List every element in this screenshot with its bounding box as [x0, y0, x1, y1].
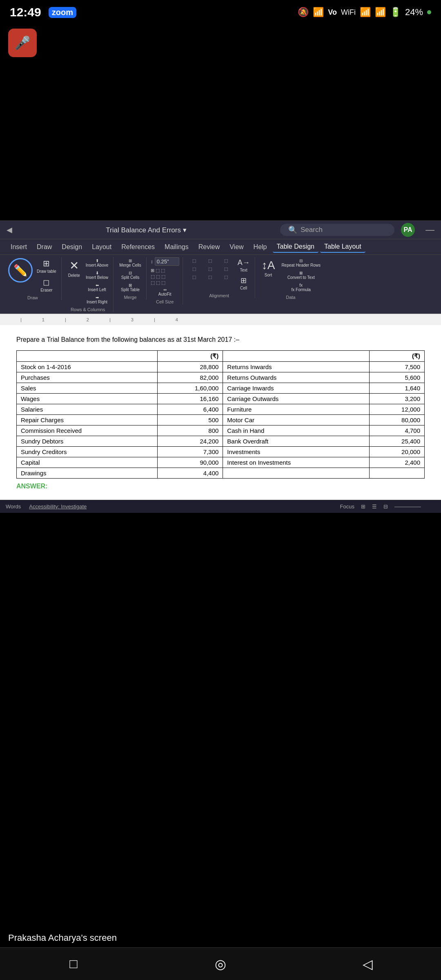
- left-name: Wages: [17, 394, 158, 404]
- autofit-btn[interactable]: ⇔ AutoFit: [151, 286, 179, 298]
- delete-icon: ✕: [69, 259, 79, 272]
- title-bar-tabs: ◀: [7, 225, 12, 234]
- minimize-button[interactable]: —: [425, 225, 434, 235]
- sort-btn[interactable]: ↕A Sort: [259, 257, 278, 293]
- left-amount: 6,400: [157, 404, 223, 415]
- insert-below-btn[interactable]: ⬇ Insert Below: [84, 270, 110, 281]
- table-row: Wages 16,160 Carriage Outwards 3,200: [17, 394, 425, 404]
- draw-pen-circle[interactable]: ✏️: [8, 258, 33, 283]
- split-cells-btn[interactable]: ⊟ Split Cells: [118, 270, 143, 281]
- right-amount: 1,640: [369, 383, 424, 394]
- menu-references[interactable]: References: [117, 242, 159, 252]
- align-top-right-btn[interactable]: ⬚: [219, 257, 234, 264]
- filename-dropdown[interactable]: ▾: [183, 226, 187, 234]
- ribbon: ✏️ ⊞ Draw table ◻ Eraser Draw: [0, 254, 441, 314]
- insert-above-btn[interactable]: ⬆ Insert Above: [84, 257, 110, 269]
- focus-btn[interactable]: Focus: [340, 503, 354, 510]
- align-top-center-btn[interactable]: ⬚: [203, 257, 218, 264]
- wifi-icon: 📶: [375, 7, 386, 18]
- battery-text: 24%: [405, 7, 423, 18]
- menu-draw[interactable]: Draw: [33, 242, 56, 252]
- words-label: Words: [6, 503, 21, 510]
- convert-text-btn[interactable]: ⊠ Convert to Text: [280, 270, 322, 281]
- formula-icon: fx: [299, 283, 303, 287]
- text-direction-btn[interactable]: A→ Text: [236, 257, 252, 274]
- table-row: Purchases 82,000 Returns Outwards 5,600: [17, 372, 425, 383]
- col-name-right: [223, 351, 369, 362]
- insert-left-btn[interactable]: ⬅ Insert Left: [84, 282, 110, 293]
- right-amount: 3,200: [369, 394, 424, 404]
- trial-balance-table: (₹) (₹) Stock on 1-4-2016 28,800 Returns…: [16, 350, 425, 479]
- left-amount: 16,160: [157, 394, 223, 404]
- insert-above-icon: ⬆: [96, 258, 99, 263]
- view-icon1[interactable]: ⊞: [361, 503, 365, 510]
- word-status-bar: Words Accessibility: Investigate Focus ⊞…: [0, 500, 441, 513]
- repeat-header-btn[interactable]: ⊟ Repeat Header Rows: [280, 257, 322, 269]
- left-amount: 28,800: [157, 362, 223, 372]
- draw-table-btn[interactable]: ⊞ Draw table: [35, 257, 58, 275]
- ruler: | 1 | 2 | 3 | 4: [0, 314, 441, 325]
- align-mid-left-btn[interactable]: ⬚: [187, 265, 202, 272]
- back-button[interactable]: ◁: [351, 952, 384, 976]
- screen-share-label: Prakasha Acharya's screen: [0, 929, 441, 947]
- square-icon: □: [69, 956, 77, 971]
- document-area: Prepare a Trial Balance from the followi…: [0, 325, 441, 500]
- menu-review[interactable]: Review: [194, 242, 224, 252]
- cell-icon: ⊞: [241, 276, 247, 285]
- sort-icon: ↕A: [262, 259, 275, 272]
- battery-icon: 🔋: [390, 7, 401, 18]
- insert-right-btn[interactable]: ➡ Insert Right: [84, 294, 110, 305]
- accessibility-label[interactable]: Accessibility: Investigate: [29, 503, 87, 510]
- ribbon-group-cell-size: ↕ ⊞ ⬚ ⬚ ⬚ ⬚ ⬚ ⬚ ⬚ ⬚ ⇔ AutoFit Cell Size: [147, 257, 183, 304]
- left-name: Purchases: [17, 372, 158, 383]
- menu-insert[interactable]: Insert: [7, 242, 31, 252]
- search-placeholder: Search: [301, 226, 323, 234]
- split-table-btn[interactable]: ⊠ Split Table: [118, 282, 143, 293]
- align-top-left-btn[interactable]: ⬚: [187, 257, 202, 264]
- right-amount: 5,600: [369, 372, 424, 383]
- avatar: PA: [401, 223, 415, 237]
- align-bot-right-btn[interactable]: ⬚: [219, 274, 234, 281]
- view-icon2[interactable]: ☰: [372, 503, 377, 510]
- vo-label: Vo: [328, 8, 337, 17]
- left-name: Commission Received: [17, 425, 158, 436]
- ribbon-group-draw: ✏️ ⊞ Draw table ◻ Eraser Draw: [4, 257, 62, 300]
- zoom-slider[interactable]: —————: [394, 503, 435, 510]
- insert-right-icon: ➡: [96, 295, 99, 300]
- align-mid-center-btn[interactable]: ⬚: [203, 265, 218, 272]
- home-button[interactable]: ◎: [204, 952, 237, 976]
- right-amount: 2,400: [369, 457, 424, 468]
- cell-height-input[interactable]: [155, 257, 179, 266]
- convert-icon: ⊠: [299, 271, 303, 275]
- right-amount: 4,700: [369, 425, 424, 436]
- menu-design[interactable]: Design: [58, 242, 86, 252]
- mic-button[interactable]: 🎤: [8, 29, 37, 57]
- formula-btn[interactable]: fx fx Formula: [280, 282, 322, 293]
- view-icon3[interactable]: ⊟: [383, 503, 388, 510]
- circle-icon: ◎: [215, 956, 226, 972]
- search-box[interactable]: 🔍 Search: [280, 224, 394, 236]
- answer-label: ANSWER:: [16, 483, 425, 490]
- merge-cells-btn[interactable]: ⊞ Merge Cells: [118, 257, 143, 269]
- menu-help[interactable]: Help: [249, 242, 271, 252]
- align-mid-right-btn[interactable]: ⬚: [219, 265, 234, 272]
- delete-btn[interactable]: ✕ Delete: [66, 257, 82, 279]
- square-button[interactable]: □: [57, 952, 90, 976]
- right-name: Bank Overdraft: [223, 436, 369, 447]
- bell-icon: 🔕: [298, 7, 309, 18]
- align-bot-left-btn[interactable]: ⬚: [187, 274, 202, 281]
- eraser-btn[interactable]: ◻ Eraser: [35, 276, 58, 294]
- align-bot-center-btn[interactable]: ⬚: [203, 274, 218, 281]
- left-amount: 500: [157, 415, 223, 425]
- cell-margins-btn[interactable]: ⊞ Cell: [236, 275, 252, 292]
- col-amount-right: (₹): [369, 351, 424, 362]
- insert-cols: ⬆ Insert Above ⬇ Insert Below ⬅ Insert L…: [84, 257, 110, 305]
- table-row: Drawings 4,400: [17, 468, 425, 479]
- ribbon-group-rows-cols: ✕ Delete ⬆ Insert Above ⬇ Insert Below ⬅…: [62, 257, 114, 312]
- text-icon: A→: [238, 258, 250, 267]
- menu-view[interactable]: View: [225, 242, 247, 252]
- menu-mailings[interactable]: Mailings: [160, 242, 193, 252]
- menu-table-layout[interactable]: Table Layout: [320, 241, 365, 253]
- menu-table-design[interactable]: Table Design: [273, 241, 319, 253]
- menu-layout[interactable]: Layout: [88, 242, 116, 252]
